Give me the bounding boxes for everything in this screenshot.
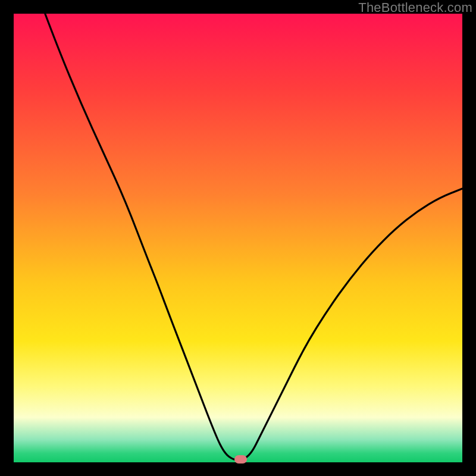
watermark-text: TheBottleneck.com: [358, 0, 472, 15]
bottleneck-curve: [14, 14, 462, 462]
plot-area: [14, 14, 462, 462]
chart-frame: TheBottleneck.com: [0, 0, 476, 476]
optimum-marker: [234, 455, 247, 464]
